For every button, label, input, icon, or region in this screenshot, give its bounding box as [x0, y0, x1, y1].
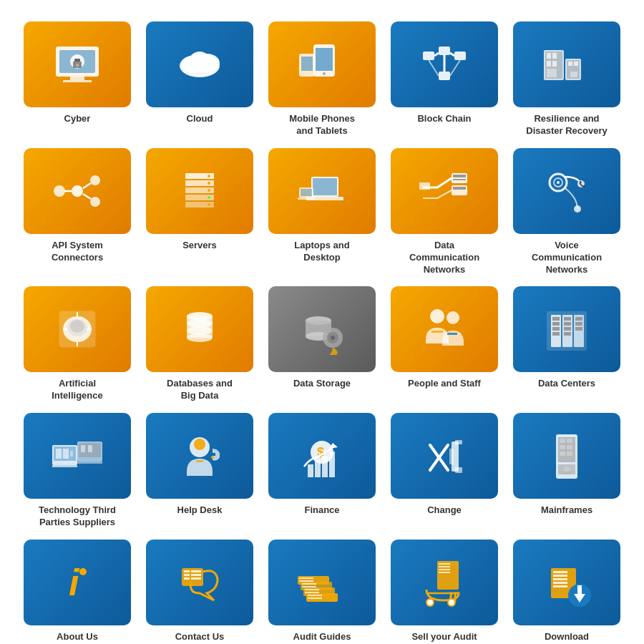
svg-point-125: [194, 439, 205, 450]
svg-rect-100: [552, 317, 560, 321]
svg-rect-145: [560, 445, 565, 449]
svg-rect-148: [567, 452, 572, 456]
icon-box-blockchain: [391, 21, 498, 107]
svg-rect-172: [308, 597, 322, 599]
icon-box-api: [24, 148, 131, 234]
tile-label-finance: Finance: [304, 504, 339, 517]
tile-laptops[interactable]: Laptops and Desktop: [266, 148, 378, 276]
tile-contactus[interactable]: Contact Us: [144, 540, 255, 644]
svg-rect-97: [447, 333, 457, 335]
icon-box-download: [513, 540, 620, 625]
svg-rect-31: [552, 61, 557, 67]
svg-rect-165: [299, 577, 313, 579]
tile-finance[interactable]: $ Finance: [266, 413, 378, 529]
svg-rect-110: [575, 317, 582, 321]
svg-point-93: [331, 336, 335, 340]
svg-rect-13: [316, 48, 333, 71]
svg-rect-127: [196, 460, 203, 462]
tile-auditguides[interactable]: Audit Guides: [266, 540, 378, 644]
svg-point-54: [208, 203, 210, 206]
tile-datastorage[interactable]: Data Storage: [266, 286, 378, 402]
tile-aboutus[interactable]: i About Us: [21, 540, 133, 644]
svg-rect-28: [547, 53, 551, 59]
svg-rect-18: [439, 47, 450, 55]
icon-box-databases: [146, 286, 253, 372]
svg-line-21: [434, 53, 439, 56]
svg-rect-156: [184, 574, 190, 576]
svg-rect-130: [308, 464, 313, 477]
svg-point-76: [70, 320, 84, 333]
svg-point-71: [574, 205, 581, 213]
tile-resilience[interactable]: Resilience and Disaster Recovery: [511, 21, 623, 137]
tile-label-databases: Databases and Big Data: [167, 378, 233, 402]
tile-voicecomm[interactable]: 📞 Voice Communication Networks: [511, 148, 623, 276]
tile-label-download: Download Documents: [542, 631, 592, 644]
svg-point-126: [211, 456, 214, 459]
svg-line-43: [83, 183, 91, 188]
tile-label-auditguides: Audit Guides: [293, 631, 351, 643]
svg-rect-160: [191, 577, 201, 580]
svg-rect-140: [449, 449, 454, 464]
tile-label-voicecomm: Voice Communication Networks: [532, 240, 602, 276]
svg-rect-60: [298, 197, 315, 200]
svg-rect-56: [313, 178, 337, 195]
tile-label-datacenters: Data Centers: [538, 378, 595, 390]
svg-rect-116: [63, 449, 69, 459]
svg-line-25: [450, 60, 460, 76]
tile-mobile[interactable]: Mobile Phones and Tablets: [266, 21, 378, 137]
tile-label-datastorage: Data Storage: [293, 378, 351, 390]
tile-servers[interactable]: Servers: [144, 148, 255, 276]
svg-rect-17: [423, 52, 434, 60]
tile-datacomm[interactable]: Data Communication Networks: [389, 148, 500, 276]
tile-label-aboutus: About Us: [57, 631, 98, 643]
tile-sellaudio[interactable]: Sell your Audit Guides: [389, 540, 500, 644]
svg-rect-185: [553, 582, 567, 584]
tile-api[interactable]: API System Connectors: [21, 148, 133, 276]
tile-helpdesk[interactable]: Help Desk: [144, 413, 255, 529]
tile-ai[interactable]: Artificial Intelligence: [21, 286, 133, 402]
svg-rect-159: [191, 574, 201, 576]
svg-rect-121: [81, 445, 85, 452]
tile-label-sellaudio: Sell your Audit Guides: [411, 631, 477, 644]
tile-people[interactable]: People and Staff: [389, 286, 500, 402]
icon-box-datacenters: [513, 286, 620, 372]
tile-datacenters[interactable]: Data Centers: [511, 286, 623, 402]
svg-rect-29: [552, 53, 557, 59]
svg-line-44: [83, 194, 91, 199]
svg-rect-146: [567, 445, 572, 449]
icon-box-helpdesk: [146, 413, 253, 499]
svg-rect-132: [322, 456, 328, 477]
icon-box-ai: [24, 286, 131, 372]
svg-point-153: [79, 568, 87, 575]
tile-databases[interactable]: Databases and Big Data: [144, 286, 255, 402]
svg-rect-36: [574, 62, 578, 66]
svg-rect-170: [305, 592, 319, 593]
tile-mainframes[interactable]: Mainframes: [511, 413, 623, 529]
svg-rect-166: [299, 580, 313, 582]
svg-rect-186: [553, 585, 567, 587]
svg-point-69: [557, 181, 560, 184]
tile-techthird[interactable]: Technology Third Parties Suppliers: [21, 413, 133, 529]
svg-point-40: [90, 175, 100, 185]
svg-rect-37: [570, 72, 577, 77]
svg-rect-112: [575, 327, 582, 331]
svg-rect-106: [564, 322, 571, 326]
tile-download[interactable]: Download Documents: [511, 540, 623, 644]
tile-change[interactable]: Change: [389, 413, 500, 529]
icon-box-auditguides: [268, 540, 376, 625]
svg-rect-32: [547, 69, 557, 77]
svg-rect-117: [70, 451, 73, 457]
svg-point-41: [90, 197, 100, 207]
tile-cyber[interactable]: Cyber: [21, 21, 133, 137]
svg-rect-147: [560, 452, 565, 456]
svg-rect-3: [63, 80, 92, 82]
tile-label-people: People and Staff: [408, 378, 481, 390]
tile-blockchain[interactable]: Block Chain: [389, 21, 500, 137]
svg-point-38: [72, 185, 83, 197]
icon-box-mobile: [268, 21, 376, 107]
tile-label-mainframes: Mainframes: [541, 504, 592, 517]
svg-text:📞: 📞: [579, 180, 586, 187]
svg-rect-157: [184, 577, 190, 580]
icon-box-cyber: [24, 21, 131, 107]
tile-cloud[interactable]: Cloud: [144, 21, 255, 137]
